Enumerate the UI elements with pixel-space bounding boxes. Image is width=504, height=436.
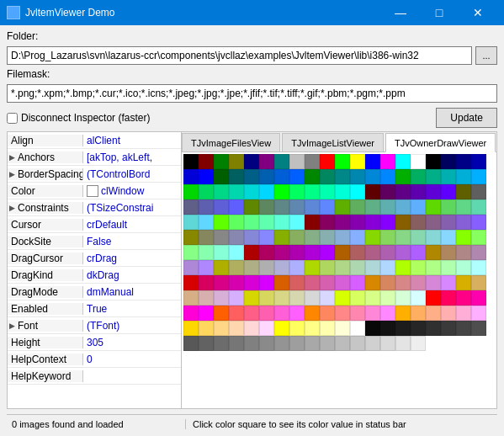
color-cell[interactable] [365, 306, 380, 321]
color-cell[interactable] [320, 154, 335, 169]
color-cell[interactable] [183, 290, 199, 306]
color-cell[interactable] [289, 230, 305, 245]
color-cell[interactable] [305, 245, 320, 260]
color-cell[interactable] [183, 260, 199, 275]
color-cell[interactable] [365, 230, 380, 245]
color-cell[interactable] [380, 321, 395, 336]
color-cell[interactable] [214, 245, 229, 260]
color-cell[interactable] [395, 275, 411, 290]
property-row[interactable]: HelpKeyword [8, 368, 181, 385]
color-cell[interactable] [365, 154, 380, 169]
color-cell[interactable] [395, 199, 411, 215]
color-cell[interactable] [395, 184, 411, 199]
color-cell[interactable] [244, 336, 259, 351]
color-cell[interactable] [456, 306, 471, 321]
color-cell[interactable] [395, 306, 411, 321]
color-cell[interactable] [411, 245, 426, 260]
color-cell[interactable] [350, 245, 365, 260]
update-button[interactable]: Update [436, 108, 497, 128]
color-cell[interactable] [305, 321, 320, 336]
color-cell[interactable] [380, 275, 395, 290]
property-row[interactable]: ▶Constraints(TSizeConstrai [8, 199, 181, 216]
color-cell[interactable] [199, 169, 214, 184]
color-cell[interactable] [471, 321, 486, 336]
color-cell[interactable] [244, 169, 259, 184]
minimize-button[interactable]: — [381, 0, 420, 25]
color-cell[interactable] [320, 199, 335, 215]
color-cell[interactable] [365, 321, 380, 336]
color-cell[interactable] [320, 184, 335, 199]
filemask-input[interactable] [7, 84, 497, 103]
color-cell[interactable] [320, 260, 335, 275]
color-cell[interactable] [214, 154, 229, 169]
color-cell[interactable] [244, 321, 259, 336]
property-row[interactable]: EnabledTrue [8, 300, 181, 317]
color-cell[interactable] [244, 184, 259, 199]
color-cell[interactable] [199, 230, 214, 245]
color-cell[interactable] [229, 154, 244, 169]
color-cell[interactable] [289, 321, 305, 336]
color-cell[interactable] [259, 184, 274, 199]
color-cell[interactable] [411, 154, 426, 169]
color-cell[interactable] [380, 290, 395, 306]
color-cell[interactable] [199, 306, 214, 321]
color-cell[interactable] [350, 290, 365, 306]
color-cell[interactable] [199, 215, 214, 230]
color-cell[interactable] [229, 275, 244, 290]
property-row[interactable]: DragCursorcrDrag [8, 250, 181, 267]
color-cell[interactable] [395, 336, 411, 351]
color-cell[interactable] [289, 245, 305, 260]
color-cell[interactable] [350, 336, 365, 351]
color-cell[interactable] [229, 290, 244, 306]
color-cell[interactable] [335, 169, 350, 184]
color-cell[interactable] [183, 336, 199, 351]
color-cell[interactable] [259, 199, 274, 215]
color-cell[interactable] [229, 215, 244, 230]
property-row[interactable]: Height305 [8, 334, 181, 351]
color-cell[interactable] [259, 321, 274, 336]
color-cell[interactable] [274, 306, 289, 321]
color-cell[interactable] [426, 306, 441, 321]
property-row[interactable]: DockSiteFalse [8, 233, 181, 250]
color-cell[interactable] [395, 321, 411, 336]
color-cell[interactable] [320, 230, 335, 245]
property-row[interactable]: ▶Font(TFont) [8, 317, 181, 334]
color-cell[interactable] [183, 199, 199, 215]
color-cell[interactable] [305, 199, 320, 215]
color-cell[interactable] [320, 306, 335, 321]
color-cell[interactable] [289, 290, 305, 306]
color-cell[interactable] [441, 306, 456, 321]
color-cell[interactable] [199, 336, 214, 351]
color-cell[interactable] [335, 275, 350, 290]
color-cell[interactable] [305, 215, 320, 230]
color-cell[interactable] [471, 184, 486, 199]
color-cell[interactable] [320, 290, 335, 306]
color-cell[interactable] [380, 199, 395, 215]
color-cell[interactable] [335, 245, 350, 260]
color-cell[interactable] [441, 215, 456, 230]
color-cell[interactable] [289, 169, 305, 184]
color-cell[interactable] [183, 275, 199, 290]
color-cell[interactable] [320, 245, 335, 260]
color-cell[interactable] [380, 215, 395, 230]
color-cell[interactable] [395, 290, 411, 306]
color-cell[interactable] [411, 215, 426, 230]
color-cell[interactable] [305, 306, 320, 321]
color-cell[interactable] [471, 290, 486, 306]
color-cell[interactable] [183, 321, 199, 336]
color-cell[interactable] [471, 306, 486, 321]
color-cell[interactable] [456, 245, 471, 260]
color-cell[interactable] [274, 245, 289, 260]
color-cell[interactable] [380, 230, 395, 245]
color-cell[interactable] [426, 230, 441, 245]
color-cell[interactable] [274, 215, 289, 230]
color-cell[interactable] [456, 290, 471, 306]
color-cell[interactable] [335, 260, 350, 275]
color-cell[interactable] [441, 184, 456, 199]
color-cell[interactable] [274, 260, 289, 275]
color-cell[interactable] [411, 306, 426, 321]
maximize-button[interactable]: □ [420, 0, 459, 25]
color-cell[interactable] [259, 275, 274, 290]
color-cell[interactable] [244, 199, 259, 215]
color-cell[interactable] [320, 275, 335, 290]
